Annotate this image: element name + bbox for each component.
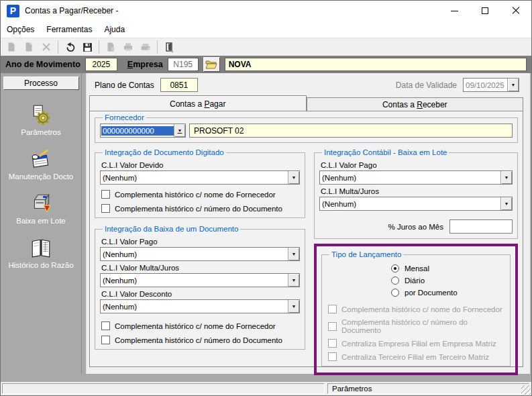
checkbox-icon xyxy=(101,321,110,330)
menu-opcoes[interactable]: Opções xyxy=(1,22,40,37)
juros-ao-mes-input[interactable] xyxy=(449,219,513,234)
chevron-down-icon[interactable]: ▼ xyxy=(174,124,185,137)
sidebar-item-baixa-em-lote[interactable]: Baixa em Lote xyxy=(1,192,81,225)
cli-valor-pago-combo[interactable]: (Nenhum) ▼ xyxy=(100,247,300,261)
checkbox-icon xyxy=(328,305,337,313)
edit-document-icon xyxy=(23,42,34,52)
cli-valor-devido-label: C.L.I Valor Devido xyxy=(101,161,300,169)
cli-valor-multa-juros-combo[interactable]: (Nenhum) ▼ xyxy=(100,273,300,287)
sidebar-item-parametros[interactable]: Parâmetros xyxy=(1,103,81,136)
toolbar xyxy=(1,38,531,56)
save-button[interactable] xyxy=(78,39,96,55)
toolbar-separator xyxy=(58,40,58,54)
cli-valor-pago-lote-combo[interactable]: (Nenhum) ▼ xyxy=(319,170,513,185)
menu-ajuda[interactable]: Ajuda xyxy=(98,22,131,37)
print-batch-icon xyxy=(140,42,151,52)
year-input[interactable]: 2025 xyxy=(85,58,117,71)
notepad-pencil-icon xyxy=(30,148,52,170)
check-complementa-nome-fornecedor[interactable]: Complementa histórico c/ nome do Fornece… xyxy=(101,190,300,199)
radio-diario[interactable]: Diário xyxy=(391,277,505,285)
company-name-field: NOVA xyxy=(225,58,527,71)
processo-header-button[interactable]: Processo xyxy=(3,77,79,90)
minimize-button[interactable] xyxy=(439,1,470,21)
tipo-de-lancamento-group: Tipo de Lançamento Mensal Diário xyxy=(321,250,511,366)
plano-de-contas-input[interactable]: 0851 xyxy=(160,78,198,92)
tab-contas-a-pagar[interactable]: Contas a Pagar xyxy=(89,95,307,111)
checkbox-icon xyxy=(101,204,110,213)
app-window: P Contas a Pagar/Receber - Opções Ferram… xyxy=(0,0,532,396)
menu-ferramentas[interactable]: Ferramentas xyxy=(40,22,98,37)
cli-valor-multa-juros-label: C.L.I Valor Multa/Juros xyxy=(101,264,300,272)
group-title: Integração de Documento Digitado xyxy=(103,148,226,156)
menu-bar: Opções Ferramentas Ajuda xyxy=(1,21,531,38)
undo-button[interactable] xyxy=(61,39,78,55)
check-centraliza-terceiro-filial-disabled: Centraliza Terceiro Filial em Terceiro M… xyxy=(328,352,505,361)
check-complementa-nome-fornecedor[interactable]: Complementa histórico c/ nome do Fornece… xyxy=(101,321,300,330)
chevron-down-icon[interactable]: ▼ xyxy=(288,248,299,260)
checkbox-icon xyxy=(328,322,337,331)
tab-contas-a-receber[interactable]: Contas a Receber xyxy=(307,97,524,111)
window-title: Contas a Pagar/Receber - xyxy=(25,6,118,15)
company-bar: Ano de Movimento 2025 Empresa N195 NOVA xyxy=(1,56,531,73)
print-batch-button xyxy=(137,39,154,55)
fornecedor-group-title: Fornecedor xyxy=(103,113,146,121)
chevron-down-icon[interactable]: ▼ xyxy=(288,300,299,313)
checkbox-icon xyxy=(328,352,337,361)
check-complementa-numero-documento[interactable]: Complementa histórico c/ número do Docum… xyxy=(101,204,300,213)
undo-icon xyxy=(64,42,76,53)
juros-ao-mes-label: % Juros ao Mês xyxy=(388,223,443,231)
cli-multa-juros-lote-combo[interactable]: (Nenhum) ▼ xyxy=(319,197,513,211)
app-logo-icon: P xyxy=(7,5,19,17)
new-document-icon xyxy=(6,42,17,52)
cli-valor-devido-combo[interactable]: (Nenhum) ▼ xyxy=(100,170,300,185)
report-icon xyxy=(105,42,116,52)
cli-valor-desconto-combo[interactable]: (Nenhum) ▼ xyxy=(100,299,300,313)
status-bar: Parâmetros xyxy=(1,382,531,395)
delete-button xyxy=(38,39,55,55)
fornecedor-code-combo[interactable]: 000000000000 ▼ xyxy=(100,123,186,138)
checkbox-icon xyxy=(101,190,110,199)
chevron-down-icon[interactable]: ▼ xyxy=(500,171,512,184)
chevron-down-icon[interactable]: ▼ xyxy=(288,171,299,184)
report-button xyxy=(102,39,119,55)
check-complementa-numero-documento[interactable]: Complementa histórico c/ número do Docum… xyxy=(101,336,300,344)
integracao-contabil-baixa-lote-group: Integração Contábil - Baixa em Lote C.L.… xyxy=(314,148,518,239)
radio-por-documento[interactable]: por Documento xyxy=(391,289,505,297)
cli-valor-pago-label: C.L.I Valor Pago xyxy=(101,238,300,246)
maximize-icon xyxy=(482,7,488,14)
group-title: Integração Contábil - Baixa em Lote xyxy=(322,148,449,156)
maximize-button[interactable] xyxy=(470,1,500,21)
radio-mensal[interactable]: Mensal xyxy=(391,264,505,273)
save-icon xyxy=(82,42,93,53)
radio-icon xyxy=(391,264,399,273)
data-validade-combo: 09/10/2025 ▼ xyxy=(463,78,519,92)
resize-grip[interactable] xyxy=(521,385,531,395)
close-icon xyxy=(512,7,520,15)
print-button xyxy=(119,39,137,55)
check-complementa-nome-fornecedor-disabled: Complementa histórico c/ nome do Fornece… xyxy=(328,305,505,313)
ledger-book-icon xyxy=(30,236,52,259)
chevron-down-icon[interactable]: ▼ xyxy=(288,274,299,287)
check-complementa-numero-documento-disabled: Complementa histórico c/ número do Docum… xyxy=(328,318,505,334)
sidebar-item-label: Histórico do Razão xyxy=(8,261,73,269)
company-code-input[interactable]: N195 xyxy=(168,58,199,71)
gear-document-icon xyxy=(30,103,52,126)
fornecedor-name-field: PROSOFT 02 xyxy=(189,123,513,138)
integracao-baixa-documento-group: Integração da Baixa de um Documento C.L.… xyxy=(95,225,305,350)
cli-valor-desconto-label: C.L.I Valor Desconto xyxy=(101,290,300,298)
radio-icon xyxy=(391,289,399,297)
sidebar-item-historico-razao[interactable]: Histórico do Razão xyxy=(1,236,81,269)
contas-a-pagar-page: Fornecedor 000000000000 ▼ PROSOFT 02 Int… xyxy=(89,111,523,367)
radio-icon xyxy=(391,277,399,285)
close-button[interactable] xyxy=(500,1,531,21)
sidebar-item-manutencao-docto[interactable]: Manutenção Docto xyxy=(1,148,81,181)
chevron-down-icon[interactable]: ▼ xyxy=(500,197,512,210)
sidebar-item-label: Parâmetros xyxy=(21,128,60,136)
chevron-down-icon: ▼ xyxy=(507,79,519,91)
plano-de-contas-label: Plano de Contas xyxy=(95,81,154,90)
open-folder-icon xyxy=(205,60,217,69)
group-title: Integração da Baixa de um Documento xyxy=(103,225,240,233)
exit-button[interactable] xyxy=(160,39,178,55)
exit-door-icon xyxy=(164,42,175,53)
open-company-button[interactable] xyxy=(203,57,220,72)
